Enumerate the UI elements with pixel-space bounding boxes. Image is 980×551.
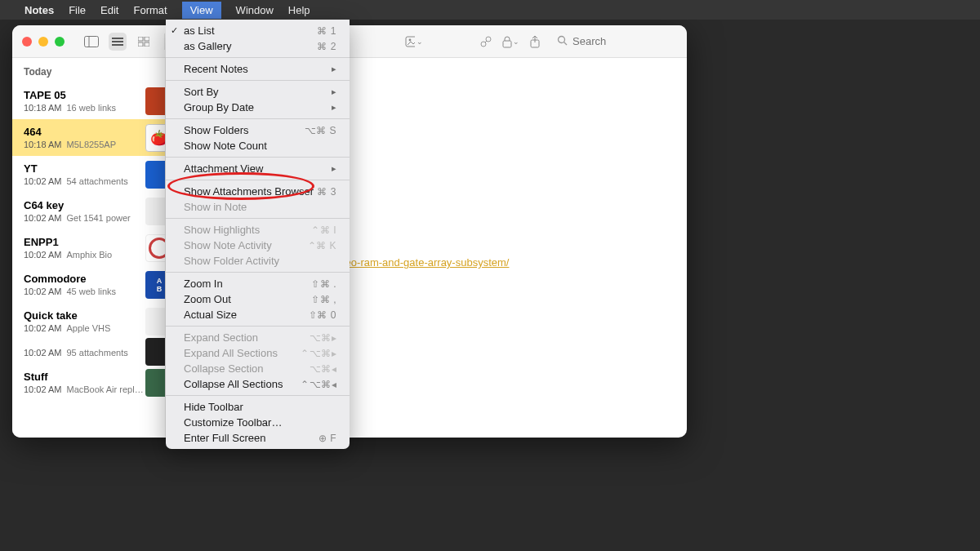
view-menu-dropdown: ✓as List⌘ 1as Gallery⌘ 2Recent Notes▸Sor…	[166, 20, 350, 449]
menu-shortcut: ⇧⌘ 0	[309, 309, 336, 321]
menu-item-label: as List	[184, 24, 215, 37]
close-button[interactable]	[22, 37, 32, 47]
note-row[interactable]: Stuff 10:02 AMMacBook Air repl…	[12, 364, 165, 401]
svg-rect-0	[85, 36, 99, 47]
menu-item[interactable]: Show Note Count	[166, 138, 350, 153]
menu-shortcut: ⌃⌘ I	[311, 224, 336, 236]
menubar-format[interactable]: Format	[133, 4, 167, 16]
menu-item-label: Show Attachments Browser	[184, 185, 314, 198]
menu-shortcut: ⇧⌘ .	[311, 278, 336, 290]
menu-item[interactable]: Zoom In⇧⌘ .	[166, 276, 350, 291]
menu-item[interactable]: Attachment View▸	[166, 161, 350, 176]
search-icon	[557, 35, 568, 48]
link-icon[interactable]	[477, 33, 495, 51]
menu-shortcut: ⌃⌘ K	[308, 240, 336, 251]
menu-item[interactable]: Enter Full Screen⊕ F	[166, 430, 350, 446]
menu-item[interactable]: Zoom Out⇧⌘ ,	[166, 291, 350, 307]
note-thumb	[145, 198, 166, 225]
menu-item-label: Collapse All Sections	[184, 378, 283, 390]
menu-separator	[166, 395, 350, 396]
note-row[interactable]: YT 10:02 AM54 attachments	[12, 156, 165, 193]
note-title: YT	[24, 162, 154, 175]
menu-item[interactable]: Sort By▸	[166, 84, 350, 100]
menu-item: Show Highlights⌃⌘ I	[166, 222, 350, 238]
menu-item-label: Show Folders	[184, 124, 248, 136]
menu-shortcut: ⌥⌘◂	[310, 363, 337, 375]
menu-item[interactable]: Collapse All Sections⌃⌥⌘◂	[166, 376, 350, 392]
zoom-button[interactable]	[55, 37, 65, 47]
sidebar-toggle-icon[interactable]	[82, 33, 100, 51]
note-row-selected[interactable]: 464 10:18 AMM5L8255AP	[12, 119, 165, 156]
traffic-lights	[22, 37, 65, 47]
menu-item[interactable]: Recent Notes▸	[166, 61, 350, 77]
gallery-view-icon[interactable]	[135, 33, 153, 51]
menu-separator	[166, 57, 350, 58]
menu-item[interactable]: Show Attachments Browser⌘ 3	[166, 184, 350, 199]
svg-point-10	[409, 38, 412, 41]
menu-item-label: Enter Full Screen	[184, 432, 265, 444]
menu-separator	[166, 180, 350, 180]
menu-item-label: Zoom Out	[184, 293, 231, 305]
notes-list: Today TAPE 05 10:18 AM16 web links 464 1…	[12, 58, 166, 438]
titlebar: ⌄ ⌄	[12, 25, 687, 58]
menubar-edit[interactable]: Edit	[100, 4, 118, 16]
svg-rect-6	[145, 37, 149, 41]
menu-separator	[166, 272, 350, 273]
menu-item-label: Show Note Count	[184, 140, 267, 152]
menubar-view[interactable]: View	[182, 2, 221, 19]
menu-shortcut: ⌃⌥⌘◂	[301, 379, 336, 390]
menu-item-label: as Gallery	[184, 40, 232, 52]
menubar-window[interactable]: Window	[236, 4, 274, 16]
note-row[interactable]: TAPE 05 10:18 AM16 web links	[12, 82, 165, 119]
menubar-file[interactable]: File	[69, 4, 86, 16]
menu-shortcut: ⌘ 2	[317, 41, 336, 52]
menu-shortcut: ⌘ 1	[317, 25, 336, 37]
menu-shortcut: ⌥⌘▸	[310, 332, 337, 344]
menubar: Notes File Edit Format View Window Help	[0, 0, 980, 20]
menu-item-label: Show in Note	[184, 201, 247, 213]
menu-item-label: Sort By	[184, 86, 219, 98]
chevron-right-icon: ▸	[332, 163, 336, 174]
share-icon[interactable]	[526, 33, 544, 51]
menu-item-label: Attachment View	[184, 162, 263, 175]
svg-line-18	[564, 42, 568, 45]
menu-separator	[166, 326, 350, 327]
menu-item-label: Zoom In	[184, 278, 223, 290]
minimize-button[interactable]	[38, 37, 48, 47]
search-field[interactable]	[550, 33, 677, 50]
note-thumb	[145, 87, 166, 115]
menu-item: Collapse Section⌥⌘◂	[166, 361, 350, 376]
menu-item-label: Show Note Activity	[184, 239, 272, 251]
menu-item[interactable]: Customize Toolbar…	[166, 415, 350, 430]
note-row[interactable]: Quick take 10:02 AMApple VHS	[12, 303, 165, 340]
menu-item[interactable]: ✓as List⌘ 1	[166, 23, 350, 38]
menu-separator	[166, 118, 350, 119]
note-title: 464	[24, 126, 154, 138]
menu-item[interactable]: Actual Size⇧⌘ 0	[166, 307, 350, 322]
menu-item[interactable]: Hide Toolbar	[166, 399, 350, 415]
note-thumb: AB	[145, 271, 166, 299]
search-input[interactable]	[572, 35, 670, 47]
lock-icon[interactable]: ⌄	[501, 33, 519, 51]
note-title: Commodore	[24, 273, 154, 285]
check-icon: ✓	[171, 25, 178, 36]
note-row[interactable]: ENPP1 10:02 AMAmphix Bio	[12, 229, 165, 266]
note-row[interactable]: Commodore 10:02 AM45 web links AB	[12, 266, 165, 303]
list-view-icon[interactable]	[109, 33, 127, 51]
menubar-app-name[interactable]: Notes	[24, 4, 54, 16]
note-title: C64 key	[24, 199, 154, 211]
menu-item-label: Expand Section	[184, 331, 258, 344]
media-icon[interactable]: ⌄	[405, 33, 423, 51]
svg-line-13	[485, 41, 487, 42]
menu-item[interactable]: Show Folders⌥⌘ S	[166, 122, 350, 138]
menu-separator	[166, 80, 350, 81]
note-row[interactable]: C64 key 10:02 AMGet 1541 power	[12, 193, 165, 229]
note-title: Stuff	[24, 371, 154, 383]
menu-item-label: Actual Size	[184, 309, 237, 321]
note-title: TAPE 05	[24, 89, 154, 101]
menubar-help[interactable]: Help	[288, 4, 310, 16]
menu-item[interactable]: Group By Date▸	[166, 100, 350, 115]
menu-item-label: Customize Toolbar…	[184, 416, 282, 429]
note-row[interactable]: 10:02 AM95 attachments	[12, 340, 165, 364]
menu-item[interactable]: as Gallery⌘ 2	[166, 38, 350, 54]
